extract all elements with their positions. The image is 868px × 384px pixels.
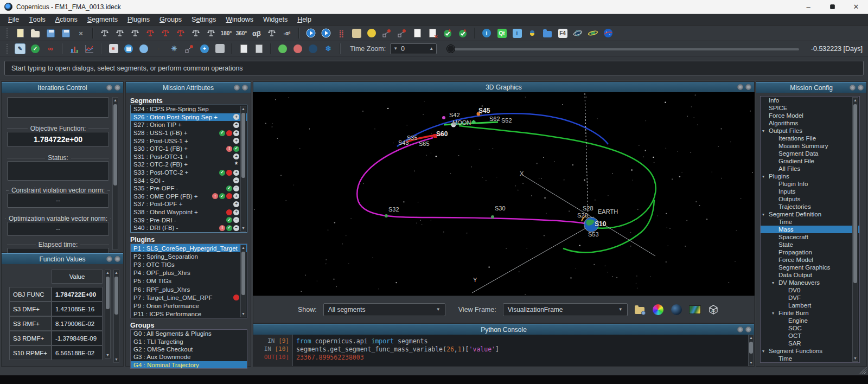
segment-row[interactable]: S30 : OTC-1 (FB) +!✓ <box>131 145 247 153</box>
group-row[interactable]: G4 : Nominal Trajectory <box>131 361 247 369</box>
fv-outer-scrollbar[interactable]: ▲ ▼ <box>113 270 119 363</box>
panel-float-button[interactable] <box>106 256 112 262</box>
verify-icon[interactable] <box>442 28 453 39</box>
new-file-icon[interactable] <box>15 28 25 39</box>
tree-item-output-files[interactable]: ▾Output Files <box>761 127 859 135</box>
tree-item-lambert[interactable]: Lambert <box>761 302 859 309</box>
f4-icon[interactable]: F4 <box>557 28 568 39</box>
swoosh-icon[interactable]: ◗ <box>154 43 164 54</box>
scroll-up-icon[interactable]: ▲ <box>241 106 246 112</box>
panel-close-button[interactable] <box>114 256 120 262</box>
tree-item-propagation[interactable]: Propagation <box>761 248 859 256</box>
iterations-log-box[interactable] <box>7 97 109 118</box>
scale-icon-1[interactable] <box>99 28 110 39</box>
tree-item-trajectories[interactable]: Trajectories <box>761 203 859 210</box>
delete-report-icon[interactable]: × <box>427 28 438 39</box>
link-nodes-icon[interactable] <box>184 43 195 54</box>
folder-blue-icon[interactable] <box>542 28 553 39</box>
tree-item-oct[interactable]: OCT <box>761 332 859 340</box>
orbit-icon[interactable] <box>572 28 583 39</box>
close-button[interactable]: ✕ <box>844 0 868 14</box>
infinity-icon[interactable]: ∞ <box>45 43 56 54</box>
menu-segments[interactable]: Segments <box>82 14 123 25</box>
python-console-body[interactable]: IN [9]IN [10]OUT[10] from copernicus.api… <box>253 335 754 366</box>
segment-row[interactable]: S40 : DRI (FB) -!✓− <box>131 224 247 232</box>
menu-plugins[interactable]: Plugins <box>123 14 155 25</box>
plugin-row[interactable]: P2 : Spring_Separation <box>131 252 247 260</box>
green-marker-icon[interactable] <box>277 43 288 54</box>
tree-item-mission-summary[interactable]: Mission Summary <box>761 142 859 150</box>
show-dropdown[interactable]: All segments ▼ <box>323 303 445 316</box>
menu-tools[interactable]: Tools <box>24 14 50 25</box>
segment-row[interactable]: S24 : ICPS Pre-Spring Sep <box>131 105 247 113</box>
python-console-header[interactable]: Python Console <box>253 324 754 335</box>
scale-icon-8[interactable] <box>206 28 216 39</box>
scroll-up-icon[interactable]: ▲ <box>113 98 118 103</box>
graphics-3d-canvas[interactable]: S42S45MOONS62S52S35S43S65S60S32S30XYS28E… <box>253 92 755 296</box>
segment-row[interactable]: S35 : Pre-OPF -✓− <box>131 184 247 193</box>
scroll-up-icon[interactable]: ▲ <box>105 270 110 276</box>
scroll-down-icon[interactable]: ▼ <box>105 353 110 358</box>
tree-item-data-output[interactable]: Data Output <box>761 271 859 279</box>
scroll-down-icon[interactable]: ▼ <box>114 357 119 362</box>
command-input[interactable]: Start typing to open dialogs, select seg… <box>4 61 864 75</box>
fv-value-column-header[interactable]: Value <box>52 270 103 284</box>
segment-row[interactable]: S26 : Orion Post-Spring Sep ++ <box>131 113 247 121</box>
tree-item-iterations-file[interactable]: Iterations File <box>761 135 859 142</box>
plugin-row[interactable]: P5 : OM TIGs <box>131 277 247 285</box>
tree-item-mass[interactable]: Mass <box>761 226 859 233</box>
panel-float-button[interactable] <box>106 85 112 91</box>
dark-globe-icon[interactable] <box>308 43 318 54</box>
tree-scrollbar[interactable]: ▲ ▼ <box>852 97 858 362</box>
tree-item-segment-functions[interactable]: ▾Segment Functions <box>761 347 859 355</box>
console-code[interactable]: from copernicus.api import segmentssegme… <box>292 335 748 366</box>
tree-item-algorithms[interactable]: Algorithms <box>761 119 859 127</box>
red-marker-icon[interactable] <box>292 43 303 54</box>
tree-expand-icon[interactable]: ▾ <box>762 129 764 133</box>
tree-expand-icon[interactable]: ▾ <box>772 311 774 316</box>
texture-map-icon[interactable] <box>688 303 701 316</box>
alpha-sq-icon[interactable]: -α² <box>282 28 292 39</box>
time-slider-handle[interactable] <box>446 44 455 53</box>
scroll-down-icon[interactable]: ▼ <box>749 360 754 366</box>
maximize-button[interactable] <box>820 0 844 14</box>
tree-item-all-files[interactable]: All Files <box>761 165 859 172</box>
plugin-row[interactable]: P1 : SLS_CoreSep_Hypergrid_Target <box>131 244 247 252</box>
fv-scrollbar[interactable]: ▲ ▼ <box>105 270 111 359</box>
angle-180-icon[interactable]: 180° <box>221 28 232 39</box>
panel-float-button[interactable] <box>234 85 240 91</box>
clipboard-icon[interactable] <box>351 28 362 39</box>
tree-item-engine[interactable]: Engine <box>761 317 859 324</box>
segment-row[interactable]: S31 : Post-OTC-1 ++ <box>131 153 247 161</box>
verify2-icon[interactable] <box>457 28 468 39</box>
grid-icon[interactable]: ⣿ <box>336 28 347 39</box>
node-graph-icon[interactable] <box>381 28 392 39</box>
ephemeris-list-icon[interactable]: ≡ <box>108 43 119 54</box>
group-row[interactable]: G3 : Aux Downmode <box>131 353 247 361</box>
segment-row[interactable]: S27 : Orion TIP ++ <box>131 121 247 129</box>
segment-row[interactable]: S29 : Post-USS-1 ++ <box>131 137 247 145</box>
close-file-icon[interactable]: × <box>75 28 86 39</box>
segment-row[interactable]: S28 : USS-1 (FB) +✓+ <box>131 129 247 137</box>
blue-globe-icon[interactable] <box>138 43 149 54</box>
tree-item-gradient-file[interactable]: Gradient File <box>761 157 859 165</box>
snowflake-icon[interactable]: ❄ <box>323 43 334 54</box>
menu-widgets[interactable]: Widgets <box>258 14 292 25</box>
tree-item-spice[interactable]: SPICE <box>761 104 859 112</box>
panel-float-button[interactable] <box>850 85 856 91</box>
tree-item-time[interactable]: Time <box>761 355 859 362</box>
node-graph2-icon[interactable] <box>397 28 407 39</box>
plugin-row[interactable]: P7 : Target_Line_OME_RPF <box>131 293 247 302</box>
tree-item-inputs[interactable]: Inputs <box>761 188 859 195</box>
resize-grip[interactable] <box>859 367 866 374</box>
panel-float-button[interactable] <box>737 84 743 90</box>
tree-expand-icon[interactable]: ▾ <box>762 212 764 217</box>
nasa-icon[interactable] <box>603 28 614 39</box>
plugin-row[interactable]: P4 : OPF_plus_Xhrs <box>131 269 247 277</box>
plugin-row[interactable]: P11 : ICPS Performance <box>131 310 247 318</box>
tree-item-segment-data[interactable]: Segment Data <box>761 150 859 157</box>
plugin-row[interactable]: P6 : RPF_plus_Xhrs <box>131 285 247 293</box>
group-row[interactable]: G0 : All Segments & Plugins <box>131 330 247 337</box>
segment-row[interactable]: S32 : OTC-2 (FB) +* <box>131 161 247 169</box>
time-zoom-spinner[interactable]: ▼ 0 ▲ <box>390 43 437 54</box>
